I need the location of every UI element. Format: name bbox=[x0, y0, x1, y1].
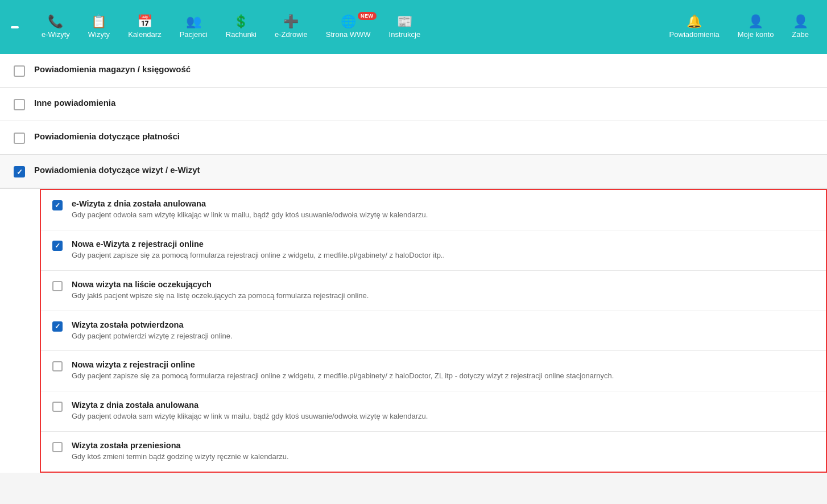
nav-label-kalendarz: Kalendarz bbox=[128, 30, 162, 39]
header: 📞 e-Wizyty 📋 Wizyty 📅 Kalendarz 👥 Pacjen… bbox=[0, 0, 827, 54]
child-checkbox-wrap-wizyta-anulowana[interactable] bbox=[52, 402, 63, 412]
child-checkbox-wrap-nowa-wizyta-rejestracja-stacjonarna[interactable] bbox=[52, 361, 63, 371]
notif-content-platnosci: Powiadomienia dotyczące płatności bbox=[34, 131, 180, 141]
nav-icon-strona-www: 🌐 bbox=[341, 15, 356, 28]
checkbox-wrap-magazyn[interactable] bbox=[14, 65, 25, 77]
notif-row-platnosci: Powiadomienia dotyczące płatności bbox=[0, 121, 827, 155]
child-checkbox-nowa-wizyta-rejestracja-stacjonarna[interactable] bbox=[52, 361, 63, 371]
notif-row-inne: Inne powiadomienia bbox=[0, 88, 827, 121]
nav-icon-e-zdrowie: ➕ bbox=[283, 15, 299, 28]
logo-file bbox=[11, 26, 19, 28]
child-content-wizyta-potwierdzona: Wizyta została potwierdzona Gdy pacjent … bbox=[72, 320, 233, 342]
child-checkbox-wizyta-anulowana[interactable] bbox=[52, 402, 63, 412]
child-content-wizyta-anulowana: Wizyta z dnia została anulowana Gdy pacj… bbox=[72, 400, 428, 422]
nav-right-label-moje-konto: Moje konto bbox=[738, 30, 774, 39]
nav-item-e-wizyty[interactable]: 📞 e-Wizyty bbox=[32, 11, 79, 43]
nav-icon-kalendarz: 📅 bbox=[137, 15, 152, 28]
child-desc-wizyta-potwierdzona: Gdy pacjent potwierdzi wizytę z rejestra… bbox=[72, 331, 233, 342]
child-desc-wizyta-anulowana: Gdy pacjent odwoła sam wizytę klikając w… bbox=[72, 411, 428, 422]
child-title-wizyta-potwierdzona: Wizyta została potwierdzona bbox=[72, 320, 233, 329]
nav-items-container: 📞 e-Wizyty 📋 Wizyty 📅 Kalendarz 👥 Pacjen… bbox=[32, 11, 429, 43]
notif-title-wizyty-ewizyt: Powiadomienia dotyczące wizyt / e-Wizyt bbox=[34, 165, 200, 175]
notif-row-wizyty-ewizyt: Powiadomienia dotyczące wizyt / e-Wizyt bbox=[0, 155, 827, 189]
nav-item-instrukcje[interactable]: 📰 Instrukcje bbox=[380, 11, 430, 43]
nav-label-wizyty: Wizyty bbox=[88, 30, 110, 39]
checkbox-wrap-wizyty-ewizyt[interactable] bbox=[14, 166, 25, 177]
main-nav: 📞 e-Wizyty 📋 Wizyty 📅 Kalendarz 👥 Pacjen… bbox=[32, 11, 660, 43]
nav-icon-rachunki: 💲 bbox=[233, 15, 249, 28]
child-checkbox-wrap-wizyta-przeniesiona[interactable] bbox=[52, 442, 63, 452]
child-content-nowa-wizyta-oczekujacych: Nowa wizyta na liście oczekujących Gdy j… bbox=[72, 280, 369, 301]
child-notification-section: e-Wizyta z dnia została anulowana Gdy pa… bbox=[40, 189, 827, 473]
child-checkbox-wizyta-przeniesiona[interactable] bbox=[52, 442, 63, 452]
nav-right-label-powiadomienia: Powiadomienia bbox=[669, 30, 720, 39]
child-checkbox-anulowana-ewizyta[interactable] bbox=[52, 200, 63, 210]
nav-item-e-zdrowie[interactable]: ➕ e-Zdrowie bbox=[266, 11, 317, 43]
child-row-wizyta-anulowana: Wizyta z dnia została anulowana Gdy pacj… bbox=[41, 391, 826, 432]
nav-label-instrukcje: Instrukcje bbox=[389, 30, 421, 39]
nav-badge-strona-www: NEW bbox=[358, 12, 377, 20]
nav-label-rachunki: Rachunki bbox=[226, 30, 257, 39]
nav-right-label-zabe: Zabe bbox=[792, 30, 809, 39]
child-title-nowa-wizyta-rejestracja-stacjonarna: Nowa wizyta z rejestracji online bbox=[72, 360, 614, 369]
checkbox-wrap-inne[interactable] bbox=[14, 99, 25, 110]
nav-label-e-wizyty: e-Wizyty bbox=[42, 30, 70, 39]
checkbox-inne[interactable] bbox=[14, 99, 25, 110]
nav-right-item-powiadomienia[interactable]: 🔔 Powiadomienia bbox=[660, 11, 729, 43]
child-title-anulowana-ewizyta: e-Wizyta z dnia została anulowana bbox=[72, 199, 428, 208]
nav-right-item-zabe[interactable]: 👤 Zabe bbox=[783, 11, 818, 43]
child-desc-nowa-ewizyta-rejestracja: Gdy pacjent zapisze się za pomocą formul… bbox=[72, 250, 445, 261]
child-checkbox-wrap-nowa-wizyta-oczekujacych[interactable] bbox=[52, 281, 63, 291]
notif-title-magazyn: Powiadomienia magazyn / księgowość bbox=[34, 64, 191, 74]
child-title-nowa-wizyta-oczekujacych: Nowa wizyta na liście oczekujących bbox=[72, 280, 369, 289]
notif-content-inne: Inne powiadomienia bbox=[34, 98, 115, 108]
child-desc-anulowana-ewizyta: Gdy pacjent odwoła sam wizytę klikając w… bbox=[72, 210, 428, 221]
child-row-wizyta-przeniesiona: Wizyta została przeniesiona Gdy ktoś zmi… bbox=[41, 432, 826, 472]
nav-item-rachunki[interactable]: 💲 Rachunki bbox=[217, 11, 266, 43]
child-checkbox-wrap-nowa-ewizyta-rejestracja[interactable] bbox=[52, 241, 63, 251]
child-checkbox-wrap-wizyta-potwierdzona[interactable] bbox=[52, 321, 63, 332]
notif-content-wizyty-ewizyt: Powiadomienia dotyczące wizyt / e-Wizyt bbox=[34, 165, 200, 175]
checkbox-wizyty-ewizyt[interactable] bbox=[14, 166, 25, 177]
child-content-wizyta-przeniesiona: Wizyta została przeniesiona Gdy ktoś zmi… bbox=[72, 441, 289, 462]
notif-title-platnosci: Powiadomienia dotyczące płatności bbox=[34, 131, 180, 141]
nav-item-wizyty[interactable]: 📋 Wizyty bbox=[79, 11, 119, 43]
checkbox-platnosci[interactable] bbox=[14, 133, 25, 144]
child-desc-wizyta-przeniesiona: Gdy ktoś zmieni termin bądź godzinę wizy… bbox=[72, 452, 289, 462]
child-checkbox-nowa-ewizyta-rejestracja[interactable] bbox=[52, 241, 63, 251]
nav-icon-wizyty: 📋 bbox=[91, 15, 106, 28]
nav-item-pacjenci[interactable]: 👥 Pacjenci bbox=[171, 11, 217, 43]
child-content-anulowana-ewizyta: e-Wizyta z dnia została anulowana Gdy pa… bbox=[72, 199, 428, 221]
child-row-nowa-ewizyta-rejestracja: Nowa e-Wizyta z rejestracji online Gdy p… bbox=[41, 230, 826, 271]
nav-icon-e-wizyty: 📞 bbox=[48, 15, 63, 28]
checkbox-wrap-platnosci[interactable] bbox=[14, 133, 25, 144]
nav-item-kalendarz[interactable]: 📅 Kalendarz bbox=[119, 11, 171, 43]
nav-icon-pacjenci: 👥 bbox=[186, 15, 201, 28]
main-content: Powiadomienia magazyn / księgowość Inne … bbox=[0, 54, 827, 473]
child-checkbox-wrap-anulowana-ewizyta[interactable] bbox=[52, 200, 63, 210]
child-row-nowa-wizyta-rejestracja-stacjonarna: Nowa wizyta z rejestracji online Gdy pac… bbox=[41, 351, 826, 391]
nav-icon-instrukcje: 📰 bbox=[397, 15, 412, 28]
child-title-wizyta-anulowana: Wizyta z dnia została anulowana bbox=[72, 400, 428, 410]
child-row-anulowana-ewizyta: e-Wizyta z dnia została anulowana Gdy pa… bbox=[41, 190, 826, 230]
nav-right-icon-powiadomienia: 🔔 bbox=[687, 15, 702, 28]
logo[interactable] bbox=[9, 26, 19, 28]
nav-right-icon-moje-konto: 👤 bbox=[748, 15, 763, 28]
child-title-nowa-ewizyta-rejestracja: Nowa e-Wizyta z rejestracji online bbox=[72, 239, 445, 249]
notification-rows: Powiadomienia magazyn / księgowość Inne … bbox=[0, 54, 827, 473]
checkbox-magazyn[interactable] bbox=[14, 65, 25, 77]
notif-title-inne: Inne powiadomienia bbox=[34, 98, 115, 108]
nav-right-icon-zabe: 👤 bbox=[793, 15, 808, 28]
nav-right-item-moje-konto[interactable]: 👤 Moje konto bbox=[729, 11, 783, 43]
child-checkbox-nowa-wizyta-oczekujacych[interactable] bbox=[52, 281, 63, 291]
nav-label-e-zdrowie: e-Zdrowie bbox=[275, 30, 308, 39]
nav-label-strona-www: Strona WWW bbox=[326, 30, 371, 39]
notif-content-magazyn: Powiadomienia magazyn / księgowość bbox=[34, 64, 191, 74]
child-desc-nowa-wizyta-rejestracja-stacjonarna: Gdy pacjent zapisze się za pomocą formul… bbox=[72, 371, 614, 382]
child-checkbox-wizyta-potwierdzona[interactable] bbox=[52, 321, 63, 332]
nav-item-strona-www[interactable]: NEW 🌐 Strona WWW bbox=[317, 11, 380, 43]
child-row-wizyta-potwierdzona: Wizyta została potwierdzona Gdy pacjent … bbox=[41, 311, 826, 352]
child-title-wizyta-przeniesiona: Wizyta została przeniesiona bbox=[72, 441, 289, 450]
child-content-nowa-ewizyta-rejestracja: Nowa e-Wizyta z rejestracji online Gdy p… bbox=[72, 239, 445, 261]
notif-row-magazyn: Powiadomienia magazyn / księgowość bbox=[0, 54, 827, 88]
